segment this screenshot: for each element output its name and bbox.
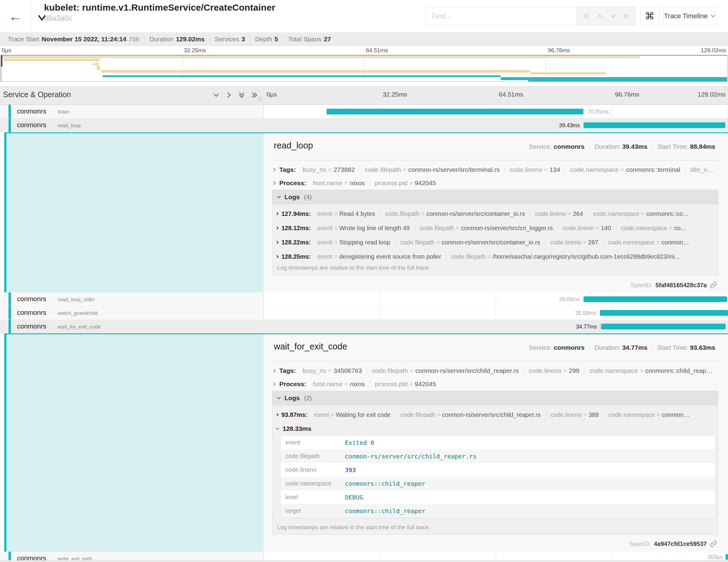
span-start-stat: Start Time:93.63ms: [652, 344, 720, 351]
trace-summary-bar: Trace Start November 15 2022, 11:24:14 .…: [0, 33, 728, 46]
tags-row[interactable]: Tags: busy_ns34506763 code.filepathconmo…: [272, 365, 720, 376]
span-indent-fill: [6, 133, 264, 292]
log-entry[interactable]: 93.87ms: eventWaiting for exit code code…: [275, 410, 716, 420]
minimap-span-bar: [528, 80, 727, 82]
span-service: conmonrs: [17, 295, 46, 303]
table-row: event Exited 0: [281, 436, 715, 449]
span-service-stat: Service:conmonrs: [524, 344, 589, 351]
logs-header[interactable]: Logs (4): [272, 190, 718, 204]
span-row-listen[interactable]: conmonrs listen 70.91ms: [0, 105, 728, 118]
tags-row[interactable]: Tags: busy_ns273882 code.filepathconmon-…: [272, 164, 720, 175]
span-duration-bar[interactable]: [726, 554, 728, 560]
span-event-tick: [600, 322, 600, 331]
span-row-watch-grandchild[interactable]: conmonrs watch_grandchild 35.58ms: [0, 306, 728, 320]
find-input[interactable]: [426, 7, 576, 25]
span-service-stat: Service:conmonrs: [524, 143, 589, 150]
minimap-gridline: [364, 56, 364, 81]
divider: [274, 361, 720, 361]
trace-minimap[interactable]: [1, 55, 727, 82]
log-entry-expanded-header[interactable]: 128.33ms: [275, 424, 311, 434]
chevron-right-icon: [275, 411, 280, 418]
keyboard-shortcuts-button[interactable]: ⌘: [640, 7, 659, 26]
tag: busy_ns273882: [298, 166, 360, 173]
span-row-read-loop[interactable]: conmonrs read_loop 39.43ms: [0, 118, 728, 132]
service-operation-header: Service & Operation: [0, 86, 264, 104]
logs-note: Log timestamps are relative to the start…: [277, 264, 430, 271]
find-next-icon[interactable]: [610, 13, 617, 19]
expand-all-double-chevron-right-icon[interactable]: [251, 91, 258, 99]
span-indent-guide: [4, 334, 6, 552]
minimap-span-bar: [718, 80, 727, 82]
span-color-bar: [9, 306, 11, 319]
trace-title: kubelet: runtime.v1.RuntimeService/Creat…: [44, 2, 275, 13]
trace-depth: Depth 5: [250, 36, 283, 43]
span-row-wait-for-exit-code[interactable]: conmonrs wait_for_exit_code 34.77ms: [0, 320, 728, 333]
find-prev-icon[interactable]: [597, 13, 603, 19]
expand-one-chevron-right-icon[interactable]: [225, 91, 233, 99]
collapse-all-double-chevron-down-icon[interactable]: [238, 91, 245, 99]
span-duration-label: 303μs: [708, 554, 723, 560]
log-entry[interactable]: 128.25ms: eventderegistering event sourc…: [275, 252, 716, 261]
log-entry[interactable]: 128.12ms: eventWrote log line of length …: [275, 223, 716, 233]
span-duration-bar[interactable]: [601, 324, 726, 329]
find-box: [426, 7, 636, 26]
span-indent-fill: [6, 334, 264, 552]
minimap-span-bar: [1, 56, 640, 58]
span-operation: read_loop_stdin: [58, 297, 94, 303]
chevron-down-icon: [711, 14, 716, 18]
column-resize-grip[interactable]: [259, 96, 262, 101]
process-tag: process.pid942045: [370, 179, 441, 187]
link-icon[interactable]: [710, 281, 717, 289]
service-operation-label: Service & Operation: [3, 90, 71, 99]
span-duration-bar[interactable]: [600, 310, 728, 316]
back-arrow-icon: ←: [9, 9, 22, 24]
span-indent-guide: [4, 133, 6, 292]
trace-start: Trace Start November 15 2022, 11:24:14 .…: [3, 36, 144, 43]
span-duration-bar[interactable]: [327, 109, 583, 114]
chevron-down-icon: [277, 396, 281, 400]
chevron-right-icon: [275, 210, 280, 217]
bottom-row-divider: [0, 560, 728, 562]
table-row: code.filepath conmon-rs/server/src/child…: [281, 449, 715, 463]
timeline-ticks-header: 0μs 32.25ms 64.51ms 96.76ms 129.02ms: [264, 86, 728, 104]
find-tools: [576, 7, 635, 25]
minimap-span-bar: [101, 70, 530, 73]
tag: busy_ns34506763: [298, 367, 367, 374]
back-button[interactable]: ←: [0, 0, 31, 32]
span-operation: read_loop: [58, 123, 81, 129]
minimap-ruler: 0μs 32.25ms 64.51ms 96.76ms 129.02ms: [0, 46, 728, 55]
divider: [274, 160, 720, 160]
span-detail-wait-for-exit-code: wait_for_exit_code Service:conmonrs Dura…: [4, 333, 728, 552]
span-service: conmonrs: [17, 309, 46, 317]
chevron-right-icon: [272, 382, 277, 387]
chevron-right-icon: [272, 167, 277, 172]
trace-view-selector[interactable]: Trace Timeline: [663, 7, 716, 26]
span-duration-label: 39.43ms: [559, 122, 580, 129]
process-row[interactable]: Process: host.namenixos process.pid94204…: [272, 379, 720, 390]
span-row-read-loop-stdin[interactable]: conmonrs read_loop_stdin 39.69ms: [0, 292, 728, 306]
chevron-right-icon: [275, 225, 280, 232]
span-start-stat: Start Time:88.84ms: [652, 143, 720, 150]
minimap-drag-handle[interactable]: [1, 56, 2, 66]
log-entry[interactable]: 127.94ms: eventRead 4 bytes code.filepat…: [275, 209, 716, 219]
span-duration-label: 39.69ms: [559, 296, 580, 303]
locate-icon[interactable]: [583, 12, 590, 20]
span-detail-header: wait_for_exit_code Service:conmonrs Dura…: [274, 342, 720, 359]
trace-total-spans: Total Spans 27: [283, 36, 336, 43]
span-duration-bar[interactable]: [583, 296, 727, 302]
link-icon[interactable]: [710, 540, 717, 547]
table-row: level DEBUG: [281, 490, 715, 504]
trace-services: Services 3: [209, 36, 250, 43]
collapse-one-chevron-down-icon[interactable]: [213, 91, 220, 99]
minimap-gridline: [182, 56, 183, 81]
timeline-column-header: Service & Operation 0μs 32.25ms 64.: [0, 86, 728, 105]
logs-header[interactable]: Logs (2): [272, 391, 718, 405]
process-row[interactable]: Process: host.namenixos process.pid94204…: [272, 178, 720, 189]
log-entry[interactable]: 128.22ms: eventStopping read loop code.f…: [275, 237, 716, 247]
tag: code.namespaceconmonrs::child_reap…: [584, 367, 717, 374]
minimap-span-bar: [4, 59, 100, 61]
process-tag: host.namenixos: [308, 179, 370, 187]
find-clear-icon[interactable]: [623, 13, 629, 19]
span-id-row: SpanID: 4a947cfd1ce59537: [629, 540, 717, 547]
span-duration-bar[interactable]: [583, 122, 725, 128]
